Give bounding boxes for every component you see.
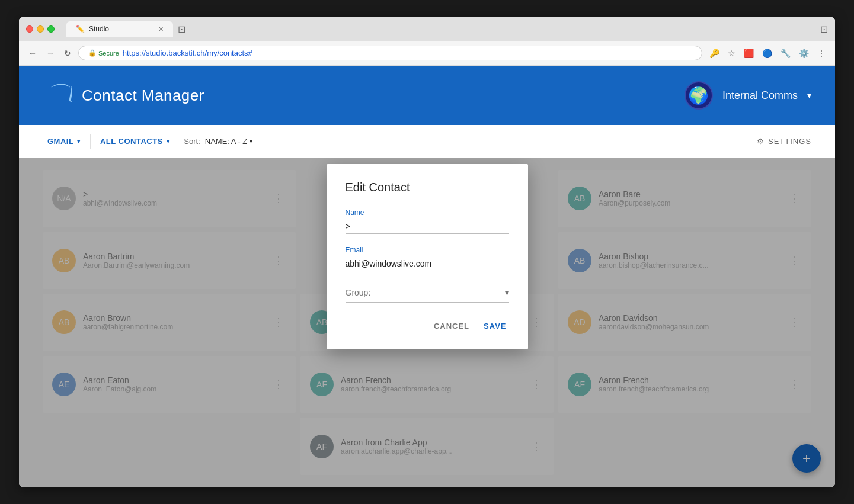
email-field: Email: [346, 246, 509, 271]
sort-value-text: NAME: A - Z: [205, 137, 248, 146]
url-bar[interactable]: 🔒 Secure https://studio.backstit.ch/my/c…: [78, 46, 702, 60]
modal-title: Edit Contact: [346, 181, 509, 194]
org-avatar: 🌍: [685, 81, 713, 110]
all-contacts-label: ALL CONTACTS: [100, 137, 163, 146]
lock-icon: 🔒: [88, 49, 97, 57]
back-button[interactable]: ←: [26, 46, 39, 60]
star-icon[interactable]: ☆: [725, 46, 738, 60]
all-contacts-filter-button[interactable]: ALL CONTACTS ▾: [95, 125, 174, 158]
title-bar: ✏️ Studio ✕ ⊡ ⊡: [19, 17, 835, 41]
traffic-lights: [26, 25, 55, 33]
save-button[interactable]: SAVE: [481, 317, 508, 335]
name-label: Name: [346, 208, 509, 217]
edit-contact-modal: Edit Contact Name Email Group: ▾: [327, 164, 528, 349]
extension-icon-3[interactable]: 🔧: [778, 46, 793, 60]
address-bar: ← → ↻ 🔒 Secure https://studio.backstit.c…: [19, 41, 835, 66]
gmail-filter-button[interactable]: GMAIL ▾: [43, 125, 85, 158]
secure-badge: 🔒 Secure: [88, 49, 119, 57]
fullscreen-window-button[interactable]: [47, 25, 55, 33]
settings-button[interactable]: ⚙ SETTINGS: [757, 137, 811, 146]
extension-icon-2[interactable]: 🔵: [760, 46, 775, 60]
group-select-row[interactable]: Group: ▾: [346, 283, 509, 303]
logo-icon: ⌒b: [43, 78, 72, 113]
all-contacts-dropdown-arrow: ▾: [167, 138, 170, 145]
tab-title: Studio: [89, 25, 109, 33]
minimize-window-button[interactable]: [37, 25, 44, 33]
toolbar-divider-1: [90, 134, 91, 149]
app-header: ⌒b Contact Manager 🌍 Internal Comms ▾: [19, 66, 835, 125]
modal-container: Edit Contact Name Email Group: ▾: [19, 158, 835, 487]
extension-icon-1[interactable]: 🟥: [741, 46, 756, 60]
app-title: Contact Manager: [82, 86, 204, 105]
more-options-button[interactable]: ⋮: [815, 46, 828, 60]
reload-button[interactable]: ↻: [62, 46, 73, 60]
sort-dropdown[interactable]: NAME: A - Z ▾: [205, 137, 253, 146]
toolbar: GMAIL ▾ ALL CONTACTS ▾ Sort: NAME: A - Z…: [19, 125, 835, 158]
app-content: ⌒b Contact Manager 🌍 Internal Comms ▾ GM…: [19, 66, 835, 487]
browser-tools: 🔑 ☆ 🟥 🔵 🔧 ⚙️ ⋮: [707, 46, 828, 60]
gmail-label: GMAIL: [47, 137, 73, 146]
tab-close-button[interactable]: ✕: [158, 25, 164, 33]
email-label: Email: [346, 246, 509, 254]
tab-area: ✏️ Studio ✕ ⊡: [66, 21, 815, 37]
browser-tab-studio[interactable]: ✏️ Studio ✕: [66, 21, 173, 37]
email-input[interactable]: [346, 256, 509, 271]
globe-icon: 🌍: [688, 86, 709, 105]
cancel-button[interactable]: CANCEL: [431, 317, 472, 335]
close-window-button[interactable]: [26, 25, 33, 33]
org-name: Internal Comms: [722, 89, 798, 102]
logo-area: ⌒b Contact Manager: [43, 78, 204, 113]
window-controls: ⊡: [820, 24, 828, 35]
settings-label: SETTINGS: [768, 137, 811, 146]
modal-actions: CANCEL SAVE: [346, 317, 509, 335]
sort-label: Sort:: [184, 137, 200, 146]
browser-frame: ✏️ Studio ✕ ⊡ ⊡ ← → ↻ 🔒 Secure https://s…: [19, 17, 835, 487]
gmail-dropdown-arrow: ▾: [77, 138, 81, 145]
name-input[interactable]: [346, 219, 509, 234]
group-label: Group:: [346, 288, 371, 297]
sort-dropdown-arrow: ▾: [250, 138, 252, 145]
extension-icon-4[interactable]: ⚙️: [797, 46, 811, 60]
url-text: https://studio.backstit.ch/my/contacts#: [123, 49, 252, 57]
tab-favicon: ✏️: [76, 25, 84, 33]
group-dropdown-arrow: ▾: [505, 288, 509, 297]
svg-text:⌒b: ⌒b: [46, 82, 72, 107]
name-field: Name: [346, 208, 509, 234]
contacts-area: N/A > abhi@windowslive.com ⋮ AB Aaron Ba…: [19, 158, 835, 487]
new-tab-button[interactable]: ⊡: [173, 21, 190, 37]
forward-button[interactable]: →: [44, 46, 57, 60]
header-dropdown-arrow[interactable]: ▾: [807, 91, 811, 100]
settings-icon: ⚙: [757, 137, 765, 146]
header-right: 🌍 Internal Comms ▾: [685, 81, 811, 110]
key-icon[interactable]: 🔑: [707, 46, 722, 60]
